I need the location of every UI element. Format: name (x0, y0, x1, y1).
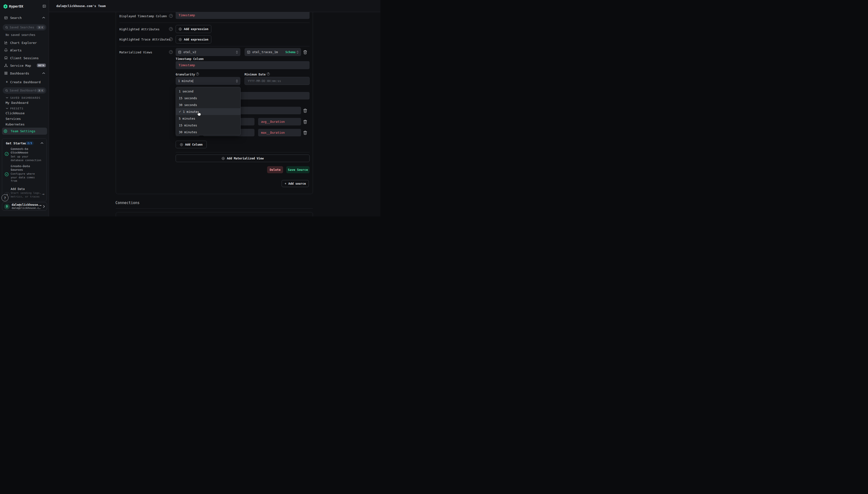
plus-icon: + (6, 80, 8, 84)
granularity-label: Granularity? (176, 73, 199, 76)
user-email: dale@clickhouse.c… (12, 207, 41, 210)
chevron-up-icon[interactable] (42, 17, 45, 19)
timestamp-column-input[interactable]: Timestamp (176, 61, 310, 69)
help-icon[interactable]: ? (169, 37, 173, 41)
service-map-icon (4, 63, 8, 68)
sidebar-item-team-settings[interactable]: Team Settings (2, 128, 47, 135)
sidebar-item-my-dashboard[interactable]: My Dashboard (5, 101, 28, 104)
create-dashboard-button[interactable]: Create Dashboard (10, 80, 40, 84)
circle-plus-icon (178, 38, 182, 41)
add-source-button[interactable]: + Add source (282, 180, 309, 187)
sidebar-item-alerts[interactable]: Alerts (10, 49, 22, 52)
granularity-option-selected[interactable]: ✓ 1 minute (176, 108, 240, 115)
column-alias-input[interactable]: avg__Duration (258, 118, 301, 126)
group-saved-dashboards[interactable]: SAVED DASHBOARDS (10, 96, 40, 99)
user-name: dale@clickhouse.… (12, 203, 41, 207)
user-profile-button[interactable]: D dale@clickhouse.… dale@clickhouse.c… (2, 202, 47, 211)
sidebar-item-client-sessions[interactable]: Client Sessions (10, 56, 39, 60)
add-column-button[interactable]: Add Column (176, 141, 207, 148)
sidebar-item-chart-explorer[interactable]: Chart Explorer (10, 41, 37, 45)
dashboards-icon (4, 71, 8, 76)
group-presets[interactable]: PRESETS (10, 107, 23, 110)
granularity-option[interactable]: 30 seconds (176, 101, 240, 108)
chevron-up-icon[interactable] (42, 72, 45, 74)
help-button[interactable]: ? (1, 194, 8, 202)
sidebar-item-search[interactable]: Search (10, 16, 22, 20)
help-icon[interactable]: ? (196, 73, 199, 75)
sidebar-item-services[interactable]: Services (5, 117, 21, 120)
shortcut-badge: ⌘ K (36, 89, 45, 92)
table-icon (247, 51, 250, 54)
page-title: dale@clickhouse.com's Team (56, 4, 106, 8)
minimum-date-input[interactable]: YYYY-MM-DD HH:mm:ss (245, 77, 310, 85)
highlighted-trace-attributes-label: Highlighted Trace Attributes (119, 38, 171, 41)
client-sessions-icon (4, 56, 8, 61)
materialized-table-select[interactable]: otel_traces_1m Schema (245, 48, 301, 56)
alerts-bell-icon (4, 48, 8, 53)
search-icon (5, 26, 8, 29)
add-materialized-view-button[interactable]: Add Materialized View (176, 155, 310, 162)
delete-source-button[interactable]: Delete (267, 166, 283, 173)
team-settings-label: Team Settings (11, 129, 35, 133)
collapse-sidebar-icon[interactable] (42, 4, 46, 8)
add-expression-button[interactable]: Add expression (176, 35, 211, 43)
help-icon[interactable]: ? (169, 50, 173, 54)
beta-badge: BETA (37, 63, 46, 67)
displayed-timestamp-input[interactable]: Timestamp (176, 12, 310, 19)
chevron-up-icon[interactable] (40, 142, 43, 144)
saved-dashboards-input[interactable]: Saved Dashboards ⌘ K (3, 87, 46, 94)
app-window: HyperDX Search Saved Searches ⌘ K No sav… (0, 0, 380, 216)
granularity-option[interactable]: 1 second (176, 88, 240, 95)
chart-explorer-icon (4, 41, 8, 45)
circle-plus-icon (221, 157, 225, 160)
materialized-views-label: Materialized Views (119, 51, 152, 54)
select-chevrons-icon (236, 51, 238, 54)
materialized-view-select[interactable]: otel_v2 (176, 48, 240, 56)
hyperdx-logo-icon (3, 4, 7, 9)
help-icon[interactable]: ? (169, 14, 173, 18)
sidebar-item-kubernetes[interactable]: Kubernetes (5, 122, 24, 126)
chevron-right-icon (43, 205, 45, 208)
chevron-down-icon[interactable] (6, 97, 8, 98)
delete-row-icon[interactable] (303, 131, 307, 135)
sidebar-item-dashboards[interactable]: Dashboards (10, 72, 29, 75)
displayed-timestamp-label: Displayed Timestamp Column (119, 14, 167, 18)
select-chevrons-icon (296, 51, 298, 54)
database-icon (178, 51, 181, 54)
sidebar-item-service-map[interactable]: Service Map (10, 64, 31, 68)
get-started-step-3[interactable]: Add Data (11, 187, 34, 191)
mouse-cursor (196, 111, 201, 117)
add-expression-button[interactable]: Add expression (176, 25, 211, 33)
source-settings-card: Displayed Timestamp Column ? Timestamp H… (116, 12, 313, 194)
gear-icon (4, 129, 7, 133)
get-started-card: Get Started 2/3 Connect to ClickHouse Se… (2, 138, 47, 202)
granularity-option[interactable]: 5 minutes (176, 115, 240, 122)
help-icon[interactable]: ? (267, 73, 270, 75)
delete-row-icon[interactable] (303, 120, 307, 124)
divider (119, 46, 310, 46)
saved-searches-input[interactable]: Saved Searches ⌘ K (3, 24, 46, 31)
granularity-option[interactable]: 15 minutes (176, 122, 240, 129)
chevron-down-icon[interactable] (6, 108, 8, 109)
delete-row-icon[interactable] (303, 109, 307, 113)
get-started-step-2-desc: Configure where your data comes from (11, 172, 43, 183)
search-icon (5, 89, 8, 92)
help-icon[interactable]: ? (169, 27, 173, 31)
circle-plus-icon (178, 27, 182, 31)
get-started-step-2[interactable]: Create Data Sources (11, 165, 34, 172)
check-icon: ✓ (179, 110, 181, 113)
granularity-select[interactable]: 1 minute (176, 77, 240, 85)
topbar: dale@clickhouse.com's Team (49, 0, 380, 12)
schema-link[interactable]: Schema (285, 51, 295, 54)
delete-materialized-view-icon[interactable] (303, 50, 307, 54)
get-started-step-1[interactable]: Connect to ClickHouse (11, 147, 34, 155)
granularity-option[interactable]: 15 seconds (176, 95, 240, 101)
granularity-option[interactable]: 30 minutes (176, 129, 240, 135)
get-started-step-3-desc: Start sending logs, metrics, or traces (11, 191, 43, 198)
divider (116, 208, 313, 209)
column-alias-input[interactable]: max__Duration (258, 129, 301, 136)
save-source-button[interactable]: Save Source (286, 166, 310, 173)
shortcut-badge: ⌘ K (36, 25, 45, 30)
sidebar-item-clickhouse[interactable]: ClickHouse (5, 111, 24, 115)
progress-badge: 2/3 (26, 141, 34, 145)
